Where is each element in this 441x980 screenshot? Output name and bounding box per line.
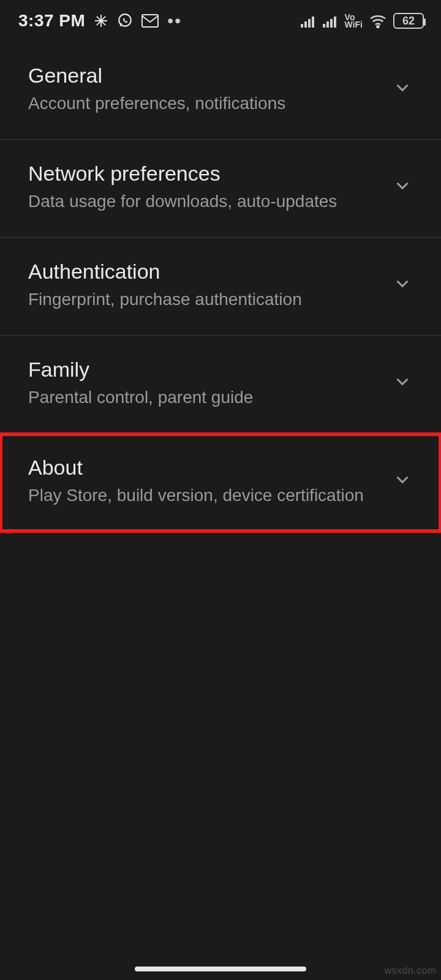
- battery-level: 62: [402, 15, 415, 28]
- settings-item-general[interactable]: General Account preferences, notificatio…: [0, 42, 441, 140]
- settings-item-title: General: [28, 64, 377, 88]
- gmail-icon: [141, 14, 159, 28]
- slack-icon: [94, 13, 108, 28]
- chevron-down-icon: [392, 371, 413, 394]
- chevron-down-icon: [392, 175, 413, 198]
- settings-item-desc: Parental control, parent guide: [28, 388, 377, 407]
- wifi-icon: [369, 13, 387, 28]
- settings-item-desc: Account preferences, notifications: [28, 94, 377, 113]
- svg-rect-2: [301, 24, 303, 28]
- settings-item-title: Family: [28, 358, 377, 382]
- svg-rect-9: [334, 17, 336, 28]
- svg-rect-1: [142, 15, 158, 27]
- settings-item-desc: Play Store, build version, device certif…: [28, 486, 377, 505]
- svg-rect-4: [308, 19, 311, 28]
- settings-item-about[interactable]: About Play Store, build version, device …: [0, 434, 441, 532]
- status-clock: 3:37 PM: [18, 11, 85, 31]
- battery-icon: 62: [393, 13, 424, 29]
- svg-rect-7: [326, 21, 329, 28]
- settings-item-network[interactable]: Network preferences Data usage for downl…: [0, 140, 441, 238]
- svg-rect-3: [304, 21, 307, 28]
- vowifi-icon: Vo WiFi: [345, 13, 363, 28]
- more-notifications-icon: ••: [167, 11, 182, 31]
- status-bar-left: 3:37 PM ••: [18, 11, 182, 31]
- signal-sim1-icon: [301, 14, 317, 28]
- chevron-down-icon: [392, 469, 413, 492]
- whatsapp-icon: [117, 13, 133, 29]
- gesture-bar[interactable]: [135, 967, 306, 971]
- settings-list: General Account preferences, notificatio…: [0, 42, 441, 532]
- settings-item-title: Network preferences: [28, 162, 377, 186]
- svg-rect-8: [330, 19, 333, 28]
- chevron-down-icon: [392, 273, 413, 296]
- chevron-down-icon: [392, 77, 413, 100]
- svg-rect-6: [323, 24, 325, 28]
- signal-sim2-icon: [323, 14, 339, 28]
- settings-item-family[interactable]: Family Parental control, parent guide: [0, 336, 441, 434]
- status-bar: 3:37 PM ••: [0, 0, 441, 42]
- settings-item-title: About: [28, 456, 377, 480]
- settings-item-desc: Fingerprint, purchase authentication: [28, 290, 377, 309]
- settings-item-desc: Data usage for downloads, auto-updates: [28, 192, 377, 211]
- svg-point-10: [377, 26, 379, 28]
- watermark: wsxdn.com: [384, 965, 436, 976]
- svg-rect-5: [312, 17, 314, 28]
- settings-item-authentication[interactable]: Authentication Fingerprint, purchase aut…: [0, 238, 441, 336]
- settings-item-title: Authentication: [28, 260, 377, 284]
- status-bar-right: Vo WiFi 62: [301, 13, 424, 29]
